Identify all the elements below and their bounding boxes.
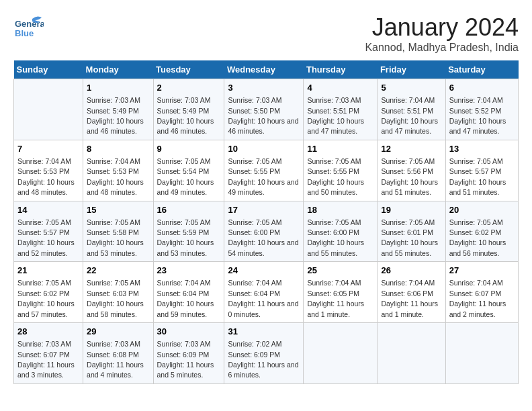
calendar-cell: 2Sunrise: 7:03 AMSunset: 5:49 PMDaylight… [153,79,224,140]
sunrise-text: Sunrise: 7:05 AMSunset: 5:56 PMDaylight:… [381,157,438,196]
calendar-table: Sunday Monday Tuesday Wednesday Thursday… [13,60,519,384]
day-number: 29 [87,326,149,338]
calendar-week-row: 7Sunrise: 7:04 AMSunset: 5:53 PMDaylight… [14,140,519,201]
day-number: 2 [157,82,221,94]
svg-text:Blue: Blue [15,28,34,38]
calendar-week-row: 28Sunrise: 7:03 AMSunset: 6:07 PMDayligh… [14,323,519,384]
calendar-cell [445,323,518,384]
day-number: 28 [17,326,79,338]
calendar-cell [378,323,445,384]
sunrise-text: Sunrise: 7:04 AMSunset: 5:53 PMDaylight:… [17,157,75,196]
calendar-cell: 22Sunrise: 7:05 AMSunset: 6:03 PMDayligh… [83,262,153,323]
calendar-week-row: 14Sunrise: 7:05 AMSunset: 5:57 PMDayligh… [14,201,519,262]
svg-text:General: General [15,19,44,29]
subtitle: Kannod, Madhya Pradesh, India [365,42,519,54]
header-friday: Friday [378,60,445,79]
day-number: 7 [17,143,79,155]
header-wednesday: Wednesday [224,60,304,79]
sunrise-text: Sunrise: 7:05 AMSunset: 5:57 PMDaylight:… [17,218,75,257]
day-number: 17 [228,204,300,216]
sunrise-text: Sunrise: 7:04 AMSunset: 5:53 PMDaylight:… [87,157,144,196]
title-section: January 2024 Kannod, Madhya Pradesh, Ind… [365,13,519,54]
calendar-cell: 27Sunrise: 7:04 AMSunset: 6:07 PMDayligh… [445,262,518,323]
sunrise-text: Sunrise: 7:05 AMSunset: 6:02 PMDaylight:… [449,218,506,257]
calendar-cell: 28Sunrise: 7:03 AMSunset: 6:07 PMDayligh… [14,323,83,384]
sunrise-text: Sunrise: 7:05 AMSunset: 5:57 PMDaylight:… [449,157,506,196]
sunrise-text: Sunrise: 7:03 AMSunset: 5:49 PMDaylight:… [157,96,214,135]
logo: General Blue [13,13,44,44]
day-number: 4 [307,82,373,94]
day-number: 5 [381,82,441,94]
calendar-cell: 3Sunrise: 7:03 AMSunset: 5:50 PMDaylight… [224,79,304,140]
calendar-cell: 6Sunrise: 7:04 AMSunset: 5:52 PMDaylight… [445,79,518,140]
sunrise-text: Sunrise: 7:04 AMSunset: 6:04 PMDaylight:… [228,279,298,318]
sunrise-text: Sunrise: 7:05 AMSunset: 5:54 PMDaylight:… [157,157,214,196]
calendar-cell: 12Sunrise: 7:05 AMSunset: 5:56 PMDayligh… [378,140,445,201]
sunrise-text: Sunrise: 7:03 AMSunset: 5:49 PMDaylight:… [87,96,144,135]
calendar-cell: 29Sunrise: 7:03 AMSunset: 6:08 PMDayligh… [83,323,153,384]
calendar-cell: 4Sunrise: 7:03 AMSunset: 5:51 PMDaylight… [304,79,378,140]
page-header: General Blue January 2024 Kannod, Madhya… [13,13,519,54]
sunrise-text: Sunrise: 7:04 AMSunset: 6:07 PMDaylight:… [449,279,506,318]
calendar-cell: 7Sunrise: 7:04 AMSunset: 5:53 PMDaylight… [14,140,83,201]
sunrise-text: Sunrise: 7:04 AMSunset: 5:52 PMDaylight:… [449,96,506,135]
calendar-cell: 13Sunrise: 7:05 AMSunset: 5:57 PMDayligh… [445,140,518,201]
calendar-cell: 18Sunrise: 7:05 AMSunset: 6:00 PMDayligh… [304,201,378,262]
day-number: 3 [228,82,300,94]
calendar-cell: 11Sunrise: 7:05 AMSunset: 5:55 PMDayligh… [304,140,378,201]
sunrise-text: Sunrise: 7:05 AMSunset: 5:55 PMDaylight:… [307,157,364,196]
sunrise-text: Sunrise: 7:04 AMSunset: 6:05 PMDaylight:… [307,279,364,318]
header-thursday: Thursday [304,60,378,79]
day-number: 9 [157,143,221,155]
sunrise-text: Sunrise: 7:05 AMSunset: 6:03 PMDaylight:… [87,279,144,318]
sunrise-text: Sunrise: 7:05 AMSunset: 5:58 PMDaylight:… [87,218,144,257]
day-number: 27 [449,265,515,277]
day-number: 31 [228,326,300,338]
day-number: 11 [307,143,373,155]
calendar-cell: 21Sunrise: 7:05 AMSunset: 6:02 PMDayligh… [14,262,83,323]
day-number: 13 [449,143,515,155]
day-number: 18 [307,204,373,216]
sunrise-text: Sunrise: 7:03 AMSunset: 6:07 PMDaylight:… [17,340,75,379]
day-number: 14 [17,204,79,216]
sunrise-text: Sunrise: 7:04 AMSunset: 6:04 PMDaylight:… [157,279,214,318]
calendar-week-row: 1Sunrise: 7:03 AMSunset: 5:49 PMDaylight… [14,79,519,140]
calendar-cell: 20Sunrise: 7:05 AMSunset: 6:02 PMDayligh… [445,201,518,262]
day-number: 12 [381,143,441,155]
sunrise-text: Sunrise: 7:03 AMSunset: 5:50 PMDaylight:… [228,96,298,135]
header-saturday: Saturday [445,60,518,79]
sunrise-text: Sunrise: 7:02 AMSunset: 6:09 PMDaylight:… [228,340,298,379]
sunrise-text: Sunrise: 7:03 AMSunset: 6:09 PMDaylight:… [157,340,214,379]
header-sunday: Sunday [14,60,83,79]
day-number: 15 [87,204,149,216]
sunrise-text: Sunrise: 7:05 AMSunset: 6:00 PMDaylight:… [307,218,364,257]
calendar-cell: 31Sunrise: 7:02 AMSunset: 6:09 PMDayligh… [224,323,304,384]
calendar-cell: 17Sunrise: 7:05 AMSunset: 6:00 PMDayligh… [224,201,304,262]
calendar-cell: 24Sunrise: 7:04 AMSunset: 6:04 PMDayligh… [224,262,304,323]
calendar-header-row: Sunday Monday Tuesday Wednesday Thursday… [14,60,519,79]
calendar-cell: 9Sunrise: 7:05 AMSunset: 5:54 PMDaylight… [153,140,224,201]
calendar-cell: 15Sunrise: 7:05 AMSunset: 5:58 PMDayligh… [83,201,153,262]
calendar-cell: 26Sunrise: 7:04 AMSunset: 6:06 PMDayligh… [378,262,445,323]
day-number: 19 [381,204,441,216]
sunrise-text: Sunrise: 7:05 AMSunset: 5:59 PMDaylight:… [157,218,214,257]
main-title: January 2024 [365,13,519,42]
day-number: 22 [87,265,149,277]
sunrise-text: Sunrise: 7:05 AMSunset: 6:01 PMDaylight:… [381,218,438,257]
day-number: 21 [17,265,79,277]
sunrise-text: Sunrise: 7:03 AMSunset: 6:08 PMDaylight:… [87,340,144,379]
calendar-cell: 30Sunrise: 7:03 AMSunset: 6:09 PMDayligh… [153,323,224,384]
calendar-cell: 14Sunrise: 7:05 AMSunset: 5:57 PMDayligh… [14,201,83,262]
day-number: 6 [449,82,515,94]
day-number: 30 [157,326,221,338]
sunrise-text: Sunrise: 7:05 AMSunset: 6:00 PMDaylight:… [228,218,298,257]
calendar-cell [14,79,83,140]
calendar-cell: 25Sunrise: 7:04 AMSunset: 6:05 PMDayligh… [304,262,378,323]
day-number: 20 [449,204,515,216]
logo-icon: General Blue [13,13,44,44]
calendar-cell: 10Sunrise: 7:05 AMSunset: 5:55 PMDayligh… [224,140,304,201]
sunrise-text: Sunrise: 7:04 AMSunset: 6:06 PMDaylight:… [381,279,438,318]
calendar-cell: 8Sunrise: 7:04 AMSunset: 5:53 PMDaylight… [83,140,153,201]
day-number: 26 [381,265,441,277]
header-monday: Monday [83,60,153,79]
